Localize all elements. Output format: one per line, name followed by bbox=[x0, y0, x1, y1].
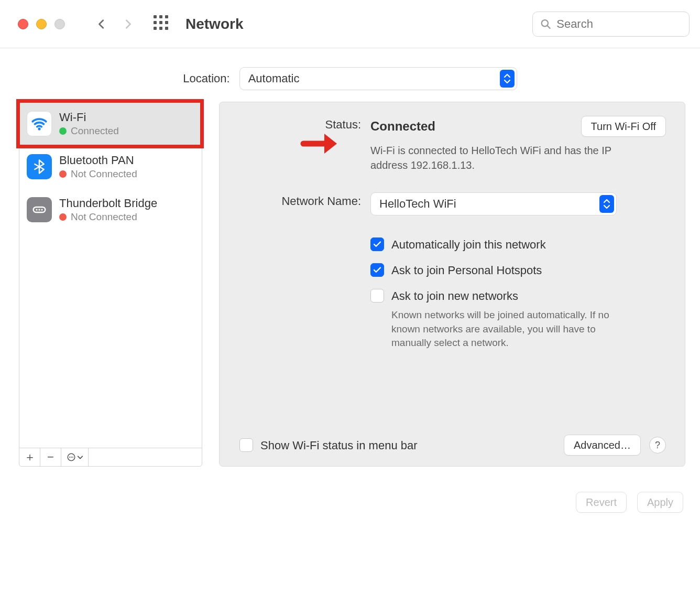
svg-point-15 bbox=[41, 209, 42, 210]
svg-point-18 bbox=[71, 457, 72, 458]
ask-hotspot-label: Ask to join Personal Hotspots bbox=[391, 263, 542, 277]
interface-actions-menu[interactable] bbox=[61, 448, 89, 466]
sidebar-item-status: Connected bbox=[71, 125, 119, 137]
status-value: Connected bbox=[370, 119, 572, 134]
select-stepper-icon bbox=[500, 70, 515, 88]
bluetooth-icon bbox=[27, 154, 52, 179]
svg-rect-5 bbox=[165, 21, 168, 24]
location-value: Automatic bbox=[248, 72, 300, 85]
toggle-wifi-button[interactable]: Turn Wi-Fi Off bbox=[581, 116, 666, 137]
show-status-label: Show Wi-Fi status in menu bar bbox=[260, 438, 418, 452]
window-controls bbox=[10, 19, 65, 29]
select-stepper-icon bbox=[599, 195, 614, 213]
window-title: Network bbox=[185, 16, 243, 33]
chevron-right-icon bbox=[122, 16, 134, 32]
back-button[interactable] bbox=[91, 14, 112, 35]
ask-new-label: Ask to join new networks bbox=[391, 289, 617, 303]
status-label: Status: bbox=[231, 116, 361, 132]
sidebar-item-title: Thunderbolt Bridge bbox=[59, 197, 157, 210]
location-label: Location: bbox=[183, 72, 229, 85]
svg-point-19 bbox=[72, 457, 73, 458]
minus-icon: − bbox=[47, 450, 54, 464]
sidebar-item-status: Not Connected bbox=[71, 168, 137, 180]
gear-ellipsis-icon bbox=[67, 452, 76, 462]
annotation-arrow-icon bbox=[300, 131, 340, 159]
svg-point-14 bbox=[38, 209, 40, 210]
svg-rect-0 bbox=[154, 15, 157, 18]
show-status-checkbox[interactable] bbox=[239, 438, 253, 452]
search-input[interactable] bbox=[556, 17, 682, 31]
sidebar-item-title: Bluetooth PAN bbox=[59, 154, 137, 167]
svg-rect-7 bbox=[159, 27, 162, 30]
remove-interface-button[interactable]: − bbox=[40, 448, 61, 466]
zoom-window-button[interactable] bbox=[54, 19, 65, 29]
ask-hotspot-checkbox[interactable] bbox=[370, 263, 384, 277]
bottom-actions: Revert Apply bbox=[0, 478, 700, 513]
svg-rect-3 bbox=[154, 21, 157, 24]
sidebar-item-thunderbolt-bridge[interactable]: Thunderbolt Bridge Not Connected bbox=[19, 188, 202, 231]
svg-point-11 bbox=[38, 127, 40, 130]
wifi-icon bbox=[27, 111, 52, 136]
search-icon bbox=[540, 18, 551, 30]
location-select[interactable]: Automatic bbox=[239, 67, 517, 90]
chevron-down-icon bbox=[77, 454, 83, 460]
sidebar-toolbar: ＋ − bbox=[19, 448, 202, 466]
svg-point-13 bbox=[36, 209, 37, 210]
revert-button[interactable]: Revert bbox=[576, 492, 627, 513]
sidebar-item-wifi[interactable]: Wi-Fi Connected bbox=[19, 102, 202, 145]
status-dot-icon bbox=[59, 213, 67, 221]
apply-button[interactable]: Apply bbox=[637, 492, 683, 513]
ask-new-hint: Known networks will be joined automatica… bbox=[391, 308, 617, 350]
close-window-button[interactable] bbox=[18, 19, 28, 29]
svg-point-17 bbox=[69, 457, 70, 458]
auto-join-label: Automatically join this network bbox=[391, 237, 546, 252]
svg-rect-8 bbox=[165, 27, 168, 30]
search-field[interactable] bbox=[532, 12, 690, 37]
forward-button[interactable] bbox=[117, 14, 138, 35]
location-row: Location: Automatic bbox=[0, 48, 700, 102]
ask-new-checkbox[interactable] bbox=[370, 289, 384, 302]
sidebar-item-bluetooth-pan[interactable]: Bluetooth PAN Not Connected bbox=[19, 145, 202, 188]
show-all-button[interactable] bbox=[153, 15, 169, 33]
thunderbolt-bridge-icon bbox=[27, 197, 52, 222]
advanced-button[interactable]: Advanced… bbox=[564, 435, 641, 456]
titlebar: Network bbox=[0, 0, 700, 48]
interface-sidebar: Wi-Fi Connected Bluetooth PAN Not Connec… bbox=[19, 102, 202, 467]
svg-rect-2 bbox=[165, 15, 168, 18]
svg-rect-1 bbox=[159, 15, 162, 18]
auto-join-checkbox[interactable] bbox=[370, 237, 384, 251]
status-description: Wi-Fi is connected to HelloTech WiFi and… bbox=[370, 143, 611, 172]
chevron-left-icon bbox=[96, 16, 107, 32]
network-name-select[interactable]: HelloTech WiFi bbox=[370, 192, 617, 215]
svg-line-10 bbox=[547, 25, 550, 28]
network-name-label: Network Name: bbox=[231, 192, 361, 208]
sidebar-item-title: Wi-Fi bbox=[59, 111, 119, 124]
detail-panel: Status: Connected Turn Wi-Fi Off Wi-Fi i… bbox=[219, 102, 685, 467]
svg-rect-4 bbox=[159, 21, 162, 24]
help-button[interactable]: ? bbox=[649, 437, 666, 453]
sidebar-item-status: Not Connected bbox=[71, 211, 137, 223]
svg-rect-6 bbox=[154, 27, 157, 30]
status-dot-icon bbox=[59, 127, 67, 135]
add-interface-button[interactable]: ＋ bbox=[19, 448, 40, 466]
minimize-window-button[interactable] bbox=[36, 19, 47, 29]
plus-icon: ＋ bbox=[24, 449, 36, 465]
status-dot-icon bbox=[59, 170, 67, 178]
network-name-value: HelloTech WiFi bbox=[379, 197, 456, 211]
grid-icon bbox=[153, 15, 169, 30]
